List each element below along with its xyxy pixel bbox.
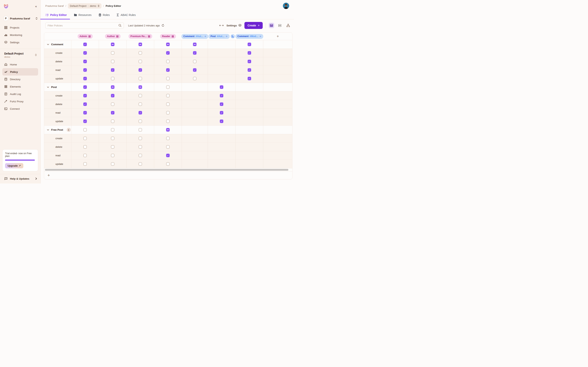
permission-checkbox-checked[interactable] [220, 94, 223, 97]
permission-checkbox-checked[interactable] [166, 154, 170, 157]
permission-checkbox-checked[interactable] [83, 43, 87, 46]
list-view-toggle[interactable] [277, 23, 283, 28]
breadcrumb-project-switcher[interactable]: Default Project : demo [68, 3, 101, 8]
sidebar-item-settings[interactable]: Settings [0, 39, 40, 46]
hierarchy-badge[interactable] [231, 34, 235, 38]
upgrade-button[interactable]: Upgrade ↗ [5, 163, 23, 168]
permission-checkbox-checked[interactable] [139, 68, 142, 72]
permission-checkbox-unchecked[interactable] [166, 60, 170, 63]
project-switcher[interactable]: Default Project demo [0, 52, 40, 59]
permission-checkbox-checked[interactable] [248, 68, 251, 72]
permission-checkbox-unchecked[interactable] [139, 154, 142, 157]
sidebar-item-directory[interactable]: Directory [0, 75, 40, 83]
permission-checkbox-unchecked[interactable] [166, 162, 170, 166]
expand-columns-icon[interactable] [219, 24, 224, 27]
permission-checkbox-unchecked[interactable] [166, 77, 170, 80]
permission-checkbox-checked[interactable] [83, 51, 87, 55]
permission-checkbox-unchecked[interactable] [111, 60, 114, 63]
role-pill[interactable]: Author [105, 34, 121, 39]
permission-checkbox-unchecked[interactable] [139, 145, 142, 149]
permission-checkbox-unchecked[interactable] [166, 145, 170, 149]
filter-policies-input[interactable] [48, 24, 118, 27]
chevron-down-icon[interactable] [47, 129, 49, 131]
permission-checkbox-unchecked[interactable] [83, 154, 87, 157]
permission-checkbox-unchecked[interactable] [111, 77, 114, 80]
permission-checkbox-unchecked[interactable] [83, 128, 87, 132]
scrollbar-thumb[interactable] [45, 169, 288, 171]
permission-checkbox-indeterminate[interactable] [139, 85, 142, 89]
permission-checkbox-unchecked[interactable] [111, 162, 114, 166]
permission-checkbox-checked[interactable] [83, 60, 87, 63]
permission-checkbox-unchecked[interactable] [83, 145, 87, 149]
table-view-toggle[interactable] [269, 23, 274, 28]
sidebar-item-policy[interactable]: Policy [2, 68, 38, 75]
permission-checkbox-unchecked[interactable] [166, 85, 170, 89]
permission-checkbox-checked[interactable] [248, 77, 251, 80]
permission-checkbox-unchecked[interactable] [139, 120, 142, 123]
add-resource-button[interactable]: + [47, 173, 50, 177]
permission-checkbox-unchecked[interactable] [139, 128, 142, 132]
permission-checkbox-unchecked[interactable] [139, 137, 142, 140]
permission-checkbox-checked[interactable] [111, 111, 114, 114]
permission-checkbox-indeterminate[interactable] [193, 43, 196, 46]
create-button[interactable]: Create + [244, 22, 263, 29]
tab-resources[interactable]: Resources [74, 10, 92, 19]
permission-checkbox-unchecked[interactable] [111, 154, 114, 157]
permission-checkbox-unchecked[interactable] [166, 137, 170, 140]
sidebar-item-audit-log[interactable]: Audit Log [0, 90, 40, 98]
permission-checkbox-unchecked[interactable] [111, 102, 114, 106]
permission-checkbox-checked[interactable] [220, 111, 223, 114]
derived-role-pill[interactable]: Comment#Mod... ✧ [235, 34, 263, 39]
help-updates-button[interactable]: ? Help & Updates [0, 174, 40, 184]
permission-checkbox-checked[interactable] [220, 120, 223, 123]
add-role-column-button[interactable]: + [277, 34, 279, 39]
role-pill[interactable]: Premium Re... [129, 34, 152, 39]
permission-checkbox-checked[interactable] [83, 120, 87, 123]
sidebar-item-connect[interactable]: Connect [0, 105, 40, 112]
sidebar-item-monitoring[interactable]: Monitoring [0, 31, 40, 39]
org-switcher[interactable]: P Pradumna Saraf [3, 16, 38, 21]
permission-checkbox-checked[interactable] [83, 111, 87, 114]
abac-sigma-badge[interactable]: Σ [67, 128, 71, 132]
search-icon[interactable] [118, 24, 121, 27]
permission-checkbox-unchecked[interactable] [83, 137, 87, 140]
permission-checkbox-indeterminate[interactable] [111, 43, 114, 46]
permission-checkbox-unchecked[interactable] [193, 77, 196, 80]
permission-checkbox-checked[interactable] [139, 111, 142, 114]
permission-checkbox-unchecked[interactable] [139, 94, 142, 97]
derived-role-pill[interactable]: Comment#Aut... ✧ [182, 34, 208, 39]
role-pill[interactable]: Admin [78, 34, 93, 39]
user-avatar[interactable] [283, 2, 289, 9]
permission-checkbox-unchecked[interactable] [166, 102, 170, 106]
permission-checkbox-checked[interactable] [193, 51, 196, 55]
tab-abac-rules[interactable]: ABAC Rules [117, 10, 136, 19]
permission-checkbox-checked[interactable] [83, 85, 87, 89]
tab-policy-editor[interactable]: Policy Editor [45, 10, 67, 19]
sidebar-item-elements[interactable]: Elements [0, 83, 40, 90]
permission-checkbox-checked[interactable] [83, 102, 87, 106]
permission-checkbox-unchecked[interactable] [111, 137, 114, 140]
permission-checkbox-unchecked[interactable] [111, 120, 114, 123]
permission-checkbox-indeterminate[interactable] [166, 43, 170, 46]
sidebar-item-home[interactable]: Home [0, 61, 40, 68]
sidebar-item-projects[interactable]: Projects [0, 24, 40, 31]
breadcrumb-org[interactable]: Pradumna Saraf [45, 4, 64, 7]
permission-checkbox-unchecked[interactable] [111, 128, 114, 132]
permission-checkbox-checked[interactable] [83, 68, 87, 72]
resource-label-cell[interactable]: Free PostΣ [44, 126, 71, 134]
collapse-sidebar-icon[interactable]: « [35, 5, 37, 8]
permission-checkbox-unchecked[interactable] [139, 102, 142, 106]
resource-label-cell[interactable]: Post [44, 83, 71, 91]
permission-checkbox-checked[interactable] [220, 102, 223, 106]
permission-checkbox-unchecked[interactable] [83, 162, 87, 166]
permission-checkbox-unchecked[interactable] [193, 60, 196, 63]
tab-roles[interactable]: Roles [99, 10, 110, 19]
permission-checkbox-unchecked[interactable] [139, 51, 142, 55]
permission-checkbox-unchecked[interactable] [139, 60, 142, 63]
permission-checkbox-checked[interactable] [220, 85, 223, 89]
permission-checkbox-unchecked[interactable] [111, 145, 114, 149]
permission-checkbox-checked[interactable] [248, 43, 251, 46]
derived-role-pill[interactable]: Post#Aut... ✧ [208, 34, 229, 39]
chevron-down-icon[interactable] [47, 86, 49, 88]
permission-checkbox-checked[interactable] [248, 51, 251, 55]
